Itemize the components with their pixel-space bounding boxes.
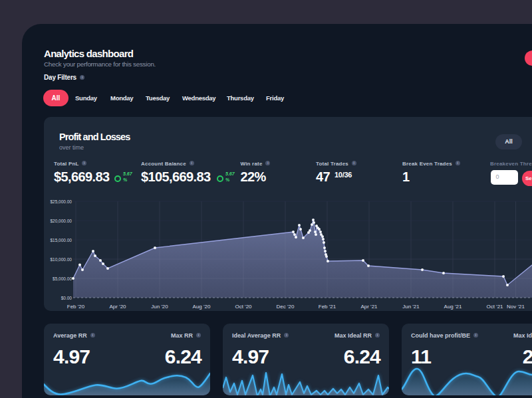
svg-text:Aug '20: Aug '20 xyxy=(193,304,211,310)
svg-text:$20,000.00: $20,000.00 xyxy=(50,219,72,223)
svg-text:Feb '21: Feb '21 xyxy=(319,304,336,310)
svg-text:Apr '20: Apr '20 xyxy=(109,304,126,310)
svg-text:Oct '21: Oct '21 xyxy=(486,304,503,310)
svg-text:Jun '21: Jun '21 xyxy=(402,304,420,310)
svg-text:Nov '21: Nov '21 xyxy=(507,304,525,310)
svg-text:Oct '20: Oct '20 xyxy=(235,304,252,310)
svg-text:$10,000.00: $10,000.00 xyxy=(50,257,72,262)
svg-text:Jun '20: Jun '20 xyxy=(151,304,168,310)
svg-text:Feb '20: Feb '20 xyxy=(67,304,85,310)
svg-text:$0.00: $0.00 xyxy=(61,296,72,300)
svg-text:$15,000.00: $15,000.00 xyxy=(50,238,72,243)
svg-text:$5,000.00: $5,000.00 xyxy=(53,276,72,281)
svg-text:$25,000.00: $25,000.00 xyxy=(50,199,72,204)
svg-text:Apr '21: Apr '21 xyxy=(360,304,378,310)
svg-text:Aug '21: Aug '21 xyxy=(444,304,462,310)
svg-text:Dec '20: Dec '20 xyxy=(277,304,295,310)
